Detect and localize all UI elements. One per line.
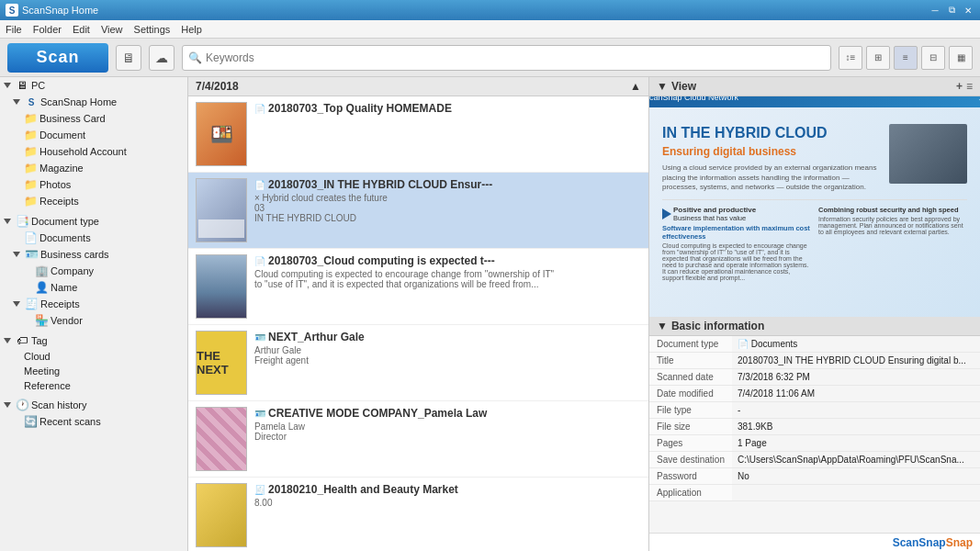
sidebar-item-vendor[interactable]: 🏪 Vendor <box>0 312 187 329</box>
menu-edit[interactable]: Edit <box>73 24 90 35</box>
list-item[interactable]: 📄 20180703_IN THE HYBRID CLOUD Ensur--- … <box>188 173 648 249</box>
doc-type-icon: 📄 <box>738 339 749 349</box>
preview-col-left: Positive and productive Business that ha… <box>662 206 811 281</box>
menu-file[interactable]: File <box>6 24 22 35</box>
info-row: Title20180703_IN THE HYBRID CLOUD Ensuri… <box>649 353 980 369</box>
info-value: 📄 Documents <box>732 336 980 353</box>
doc-info: 🪪 NEXT_Arthur Gale Arthur Gale Freight a… <box>254 331 641 365</box>
display-icon-button[interactable]: 🖥 <box>116 45 141 71</box>
sidebar-item-magazine[interactable]: 📁 Magazine <box>0 160 187 176</box>
doc-info: 🧾 20180210_Health and Beauty Market 8.00 <box>254 483 641 508</box>
doc-title: 📄 20180703_IN THE HYBRID CLOUD Ensur--- <box>254 178 641 191</box>
grid-view-button[interactable]: ⊞ <box>866 46 890 70</box>
date-header-collapse[interactable]: ▲ <box>630 80 641 93</box>
menu-folder[interactable]: Folder <box>33 24 62 35</box>
sidebar-item-receipts[interactable]: 📁 Receipts <box>0 193 187 209</box>
right-panel: ▼ View + ≡ ScanSnap Cloud Network ✕ IN T… <box>649 77 980 551</box>
preview-col-right: Combining robust security and high speed… <box>818 206 967 281</box>
pc-icon: 🖥 <box>16 79 28 92</box>
sidebar-item-name[interactable]: 👤 Name <box>0 279 187 296</box>
doc-meta3: IN THE HYBRID CLOUD <box>254 213 641 223</box>
doc-type-icon: 📄 <box>254 256 265 266</box>
basic-info-table: Document type📄 DocumentsTitle20180703_IN… <box>649 336 980 501</box>
sidebar-item-household[interactable]: 📁 Household Account <box>0 143 187 160</box>
preview-area: ScanSnap Cloud Network ✕ IN THE HYBRID C… <box>649 96 980 317</box>
sidebar-item-recentscans[interactable]: 🔄 Recent scans <box>0 413 187 430</box>
menu-bar: File Folder Edit View Settings Help <box>0 20 980 39</box>
doc-type-icon: 🧾 <box>254 485 265 495</box>
sidebar-item-doctype[interactable]: 📑 Document type <box>0 213 187 230</box>
doc-meta: × Hybrid cloud creates the future <box>254 193 641 203</box>
list-item[interactable]: 🪪 CREATIVE MODE COMPANY_Pamela Law Pamel… <box>188 401 648 478</box>
sidebar-item-photos[interactable]: 📁 Photos <box>0 176 187 193</box>
search-input[interactable] <box>206 51 825 64</box>
preview-col-right-body: Information security policies are best a… <box>818 216 967 235</box>
doc-thumbnail: THE NEXT <box>196 331 247 395</box>
sidebar-item-pc[interactable]: 🖥 PC <box>0 77 187 94</box>
preview-side-image <box>889 124 967 184</box>
main-layout: 🖥 PC S ScanSnap Home 📁 Business Card 📁 D… <box>0 77 980 551</box>
sidebar-item-scanhistory[interactable]: 🕐 Scan history <box>0 397 187 413</box>
menu-help[interactable]: Help <box>181 24 202 35</box>
info-label: Document type <box>649 336 732 353</box>
restore-button[interactable]: ⧉ <box>945 4 958 17</box>
sidebar-item-documents[interactable]: 📄 Documents <box>0 230 187 246</box>
doc-list: 7/4/2018 ▲ 📄 20180703_Top Quality HOMEMA… <box>188 77 649 551</box>
info-label: Application <box>649 485 732 501</box>
doc-meta2: Director <box>254 432 641 442</box>
doc-info: 🪪 CREATIVE MODE COMPANY_Pamela Law Pamel… <box>254 407 641 442</box>
toolbar: Scan 🖥 ☁ 🔍 ↕≡ ⊞ ≡ ⊟ ▦ <box>0 39 980 77</box>
menu-view[interactable]: View <box>101 24 123 35</box>
sidebar-item-tag-reference[interactable]: Reference <box>0 378 187 393</box>
sidebar-item-tag[interactable]: 🏷 Tag <box>0 332 187 349</box>
scansnap-icon: S <box>25 96 38 108</box>
panel-add-button[interactable]: + ≡ <box>956 80 973 93</box>
scan-button[interactable]: Scan <box>7 43 108 73</box>
info-row: Document type📄 Documents <box>649 336 980 353</box>
search-box: 🔍 <box>182 45 831 71</box>
info-value: 7/3/2018 6:32 PM <box>732 369 980 386</box>
sidebar-item-tag-meeting[interactable]: Meeting <box>0 364 187 378</box>
folder-icon: 📁 <box>24 129 37 141</box>
panel-view-button[interactable]: ▦ <box>949 46 973 70</box>
detail-view-button[interactable]: ⊟ <box>921 46 945 70</box>
menu-settings[interactable]: Settings <box>134 24 171 35</box>
sidebar-item-receipts-type[interactable]: 🧾 Receipts <box>0 296 187 312</box>
preview-col-right-title: Combining robust security and high speed <box>818 206 967 214</box>
folder-icon: 📁 <box>24 178 37 191</box>
list-item[interactable]: 🧾 20180210_Health and Beauty Market 8.00 <box>188 478 648 551</box>
doc-title: 📄 20180703_Cloud computing is expected t… <box>254 254 641 267</box>
preview-title: IN THE HYBRID CLOUD <box>662 124 882 141</box>
title-bar: S ScanSnap Home ─ ⧉ ✕ <box>0 0 980 20</box>
sidebar-item-scansnaphome[interactable]: S ScanSnap Home <box>0 94 187 110</box>
preview-content: IN THE HYBRID CLOUD Ensuring digital bus… <box>649 115 980 290</box>
cloud-icon-button[interactable]: ☁ <box>149 45 175 71</box>
list-item[interactable]: THE NEXT 🪪 NEXT_Arthur Gale Arthur Gale … <box>188 325 648 401</box>
doc-info: 📄 20180703_Cloud computing is expected t… <box>254 254 641 289</box>
sidebar-item-bizcard[interactable]: 🪪 Business cards <box>0 246 187 263</box>
list-item[interactable]: 📄 20180703_Top Quality HOMEMADE <box>188 96 648 173</box>
doc-type-icon: 📄 <box>254 180 265 190</box>
list-view-button[interactable]: ≡ <box>894 46 918 70</box>
view-panel-header: ▼ View + ≡ <box>649 77 980 96</box>
info-value: C:\Users\ScanSnap\AppData\Roaming\PFU\Sc… <box>732 452 980 468</box>
doc-title: 🪪 CREATIVE MODE COMPANY_Pamela Law <box>254 407 641 420</box>
info-label: Save destination <box>649 452 732 468</box>
toolbar-view-controls: ↕≡ ⊞ ≡ ⊟ ▦ <box>839 46 973 70</box>
minimize-button[interactable]: ─ <box>929 4 941 17</box>
sort-button[interactable]: ↕≡ <box>839 46 862 70</box>
vendor-icon: 🏪 <box>35 314 48 327</box>
sidebar-item-tag-cloud[interactable]: Cloud <box>0 349 187 364</box>
doc-title: 🪪 NEXT_Arthur Gale <box>254 331 641 343</box>
tag-icon: 🏷 <box>16 334 28 347</box>
info-label: Date modified <box>649 386 732 402</box>
sidebar-item-document[interactable]: 📁 Document <box>0 127 187 143</box>
list-item[interactable]: 📄 20180703_Cloud computing is expected t… <box>188 249 648 325</box>
sidebar: 🖥 PC S ScanSnap Home 📁 Business Card 📁 D… <box>0 77 188 551</box>
sidebar-item-businesscard[interactable]: 📁 Business Card <box>0 110 187 127</box>
close-button[interactable]: ✕ <box>962 4 974 17</box>
sidebar-item-company[interactable]: 🏢 Company <box>0 263 187 279</box>
doc-thumbnail <box>196 407 247 471</box>
info-row: Save destinationC:\Users\ScanSnap\AppDat… <box>649 452 980 468</box>
doc-thumbnail <box>196 483 247 547</box>
